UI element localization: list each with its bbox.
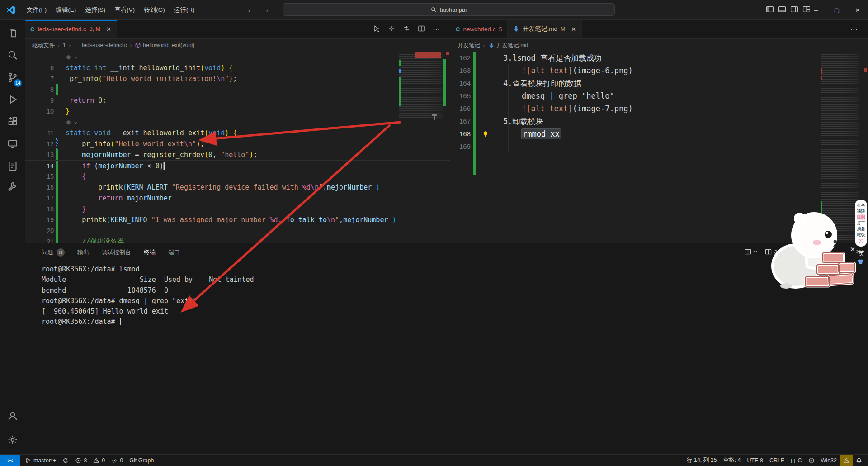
activity-remote-explorer-icon[interactable] xyxy=(0,133,25,155)
minimize-button[interactable]: ─ xyxy=(806,0,826,20)
editor-left-content[interactable]: 6static int __init helloworld_init(void)… xyxy=(25,52,450,243)
status-0[interactable]: 0 xyxy=(90,455,108,466)
code-line[interactable]: 8 xyxy=(25,84,450,95)
close-tab-icon[interactable]: ✕ xyxy=(106,26,111,33)
status-bell-icon[interactable] xyxy=(853,455,865,466)
toggle-secondary-sidebar-icon[interactable] xyxy=(790,5,798,15)
code-line[interactable]: 9 return 0; xyxy=(25,95,450,106)
status-8[interactable]: 8 xyxy=(72,455,90,466)
activity-extensions-icon[interactable] xyxy=(0,111,25,133)
code-line[interactable]: 166 ![alt text](image-7.png) xyxy=(450,102,868,115)
status-warning-icon[interactable] xyxy=(840,455,853,466)
close-window-button[interactable]: ✕ xyxy=(847,0,868,20)
ime-language-indicator[interactable]: 英 xyxy=(859,249,864,257)
activity-run-debug-icon[interactable] xyxy=(0,89,25,110)
status-master*+[interactable]: master*+ xyxy=(22,455,59,466)
panel-tab-输出[interactable]: 输出 xyxy=(77,243,89,262)
panel-tab-问题[interactable]: 问题8 xyxy=(42,243,65,262)
code-line[interactable]: 19 printk(KERN_INFO "I was assigned majo… xyxy=(25,214,450,225)
run-icon[interactable] xyxy=(373,25,380,34)
code-line[interactable]: 15 { xyxy=(25,171,450,182)
code-line[interactable]: 12 pr_info("Hello world exit\n"); xyxy=(25,138,450,149)
activity-search-icon[interactable] xyxy=(0,44,25,66)
remote-indicator[interactable]: >< xyxy=(0,455,20,466)
menu-转到(G)[interactable]: 转到(G) xyxy=(139,4,170,16)
code-line[interactable]: 10} xyxy=(25,106,450,117)
status-0[interactable]: 0 xyxy=(108,455,126,466)
status-sync-icon[interactable] xyxy=(59,455,72,466)
code-line[interactable]: 165 dmesg | grep "hello" xyxy=(450,90,868,102)
status-Git Graph[interactable]: Git Graph xyxy=(126,455,157,466)
code-line[interactable]: 6static int __init helloworld_init(void)… xyxy=(25,62,450,73)
open-changes-icon[interactable] xyxy=(403,25,410,34)
nav-back-icon[interactable]: ← xyxy=(247,5,255,14)
code-line[interactable]: 169 xyxy=(450,140,868,153)
breadcrumb-item[interactable]: helloworld_exit(void) xyxy=(135,42,194,48)
toggle-panel-icon[interactable] xyxy=(778,5,786,15)
breadcrumb-left[interactable]: 驱动文件›1›leds-user-defind.c›helloworld_exi… xyxy=(25,39,450,52)
panel-tab-终端[interactable]: 终端 xyxy=(144,243,156,262)
tab-dev-notes[interactable]: 开发笔记.md M ✕ xyxy=(508,20,582,38)
maximize-button[interactable]: ▢ xyxy=(826,0,847,20)
lightbulb-icon[interactable] xyxy=(477,128,494,140)
split-editor-icon[interactable] xyxy=(418,25,425,34)
menu-⋯[interactable]: ⋯ xyxy=(199,4,215,16)
breadcrumb-item[interactable]: 1 xyxy=(63,42,66,48)
activity-explorer-icon[interactable] xyxy=(0,22,25,44)
activity-toolbox-icon[interactable] xyxy=(0,176,25,197)
menu-查看(V)[interactable]: 查看(V) xyxy=(110,4,139,16)
minimap-left[interactable] xyxy=(399,52,443,118)
activity-notebook-icon[interactable] xyxy=(0,155,25,177)
more-actions-icon[interactable]: ⋯ xyxy=(850,25,858,33)
close-tab-icon[interactable]: ✕ xyxy=(571,26,576,33)
code-line[interactable]: 18 } xyxy=(25,204,450,214)
breadcrumb-item[interactable]: leds-user-defind.c xyxy=(74,42,127,48)
menu-编辑(E)[interactable]: 编辑(E) xyxy=(51,4,80,16)
status-Win32[interactable]: Win32 xyxy=(818,455,840,466)
scrollbar-left[interactable] xyxy=(443,52,450,243)
code-line[interactable]: 17 return majorNumber xyxy=(25,193,450,204)
breadcrumb-item[interactable]: 驱动文件 xyxy=(32,42,55,49)
menu-运行(R)[interactable]: 运行(R) xyxy=(170,4,199,16)
code-line[interactable]: 1644.查看模块打印的数据 xyxy=(450,77,868,90)
terminal-output[interactable]: root@RK356X:/data# lsmodModule Size Used… xyxy=(42,264,254,328)
breadcrumb-item[interactable]: 开发笔记 xyxy=(458,42,480,49)
more-actions-icon[interactable]: ⋯ xyxy=(433,25,440,33)
tab-newchrled[interactable]: C newchrled.c 5 xyxy=(450,20,508,38)
inline-decoration-row[interactable] xyxy=(25,52,450,62)
status-UTF-8[interactable]: UTF-8 xyxy=(744,455,766,466)
command-center-search[interactable]: taishanpai xyxy=(283,3,615,16)
breadcrumb-right[interactable]: 开发笔记›开发笔记.md xyxy=(450,39,868,52)
code-line[interactable]: 1623.lsmod 查看是否加载成功 xyxy=(450,52,868,64)
code-line[interactable]: 163 ![alt text](image-6.png) xyxy=(450,64,868,77)
panel-tab-调试控制台[interactable]: 调试控制台 xyxy=(102,243,131,262)
nav-forward-icon[interactable]: → xyxy=(262,5,269,14)
ime-close-icon[interactable]: ✕ xyxy=(850,246,855,253)
code-line[interactable]: 11static void __exit helloworld_exit(voi… xyxy=(25,128,450,138)
breadcrumb-item[interactable]: 开发笔记.md xyxy=(488,42,528,49)
status-空格: 4[interactable]: 空格: 4 xyxy=(720,455,744,466)
code-line[interactable]: 16 printk(KERN_ALERT "Registering device… xyxy=(25,182,450,193)
menu-文件(F)[interactable]: 文件(F) xyxy=(22,4,51,16)
inline-decoration-row[interactable] xyxy=(25,117,450,128)
code-line[interactable]: 7 pr_info("Hello world initialization!\n… xyxy=(25,73,450,84)
tab-leds-user-defind[interactable]: C leds-user-defind.c 3, M ✕ xyxy=(25,20,117,38)
status-cpptools-icon[interactable] xyxy=(805,455,818,466)
split-terminal-button[interactable] xyxy=(745,248,758,255)
code-line[interactable]: 14 if (mejorNumber < 0) xyxy=(25,160,450,171)
code-line[interactable]: 13 mejornNumber = register_chrdev(0, "he… xyxy=(25,149,450,160)
activity-settings-gear-icon[interactable] xyxy=(0,429,25,451)
code-line[interactable]: 1675.卸载模块 xyxy=(450,115,868,128)
status-C[interactable]: { }C xyxy=(788,455,805,466)
code-line[interactable]: 20 xyxy=(25,225,450,236)
code-line[interactable]: 21 //创建设备类 xyxy=(25,236,450,243)
activity-account-icon[interactable] xyxy=(0,405,25,427)
terminal-profile-adb[interactable]: adb xyxy=(765,248,783,255)
editor-right-content[interactable]: 1623.lsmod 查看是否加载成功163 ![alt text](image… xyxy=(450,52,868,243)
code-line[interactable]: 168 rmmod xx xyxy=(450,128,868,140)
menu-选择(S)[interactable]: 选择(S) xyxy=(80,4,110,16)
panel-tab-端口[interactable]: 端口 xyxy=(168,243,180,262)
minimap-right[interactable] xyxy=(821,52,859,242)
status-行 14, 列 25[interactable]: 行 14, 列 25 xyxy=(684,455,720,466)
activity-source-control-icon[interactable]: 14 xyxy=(0,67,25,88)
